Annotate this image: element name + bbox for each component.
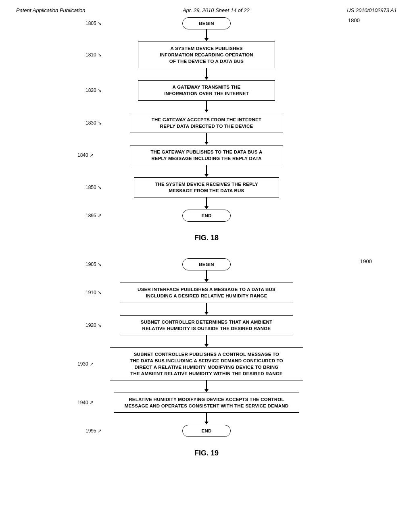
step-row-1940: 1940 ↗ RELATIVE HUMIDITY MODIFYING DEVIC…	[86, 393, 327, 413]
header-right: US 2010/0102973 A1	[347, 7, 397, 13]
label-1810: 1810 ↘	[86, 52, 102, 58]
header-left: Patent Application Publication	[16, 7, 86, 13]
step-row-1930: 1930 ↗ SUBNET CONTROLLER PUBLISHES A CON…	[86, 347, 327, 380]
label-1940: 1940 ↗	[77, 400, 94, 405]
flowchart-fig19: 1905 ↘ BEGIN 1910 ↘ USER INTERFACE PUBLI…	[0, 258, 413, 437]
label-1930: 1930 ↗	[77, 361, 94, 367]
arrow-1850-1895	[204, 197, 209, 210]
box-1850: THE SYSTEM DEVICE RECEIVES THE REPLYMESS…	[134, 177, 279, 197]
box-1920: SUBNET CONTROLLER DETERMINES THAT AN AMB…	[120, 315, 293, 335]
step-row-1850: 1850 ↘ THE SYSTEM DEVICE RECEIVES THE RE…	[86, 177, 327, 197]
step-row-1995: 1995 ↗ END	[86, 425, 327, 437]
arrow-1920-1930	[204, 335, 209, 347]
fig19-caption: FIG. 19	[194, 449, 219, 457]
arrow-1930-1940	[204, 380, 209, 393]
flowchart-fig18: 1805 ↘ BEGIN 1810 ↘ A SYSTEM DEVICE PUBL…	[0, 17, 413, 222]
step-row-1805: 1805 ↘ BEGIN	[86, 17, 327, 29]
arrow-1905-1910	[204, 270, 209, 283]
label-1905: 1905 ↘	[86, 262, 102, 267]
box-1805: BEGIN	[182, 17, 231, 29]
arrow-1830-1840	[204, 133, 209, 145]
step-row-1895: 1895 ↗ END	[86, 210, 327, 222]
fig19-section: 1900 1905 ↘ BEGIN 1910 ↘ USER INTERFACE …	[0, 258, 413, 470]
header-middle: Apr. 29, 2010 Sheet 14 of 22	[183, 7, 250, 13]
label-1850: 1850 ↘	[86, 185, 102, 190]
label-1830: 1830 ↘	[86, 120, 102, 126]
arrow-1910-1920	[204, 303, 209, 315]
arrow-1820-1830	[204, 101, 209, 113]
page-header: Patent Application Publication Apr. 29, …	[0, 0, 413, 17]
step-row-1910: 1910 ↘ USER INTERFACE PUBLISHES A MESSAG…	[86, 283, 327, 303]
step-row-1840: 1840 ↗ THE GATEWAY PUBLISHES TO THE DATA…	[86, 145, 327, 165]
box-1820: A GATEWAY TRANSMITS THEINFORMATION OVER …	[138, 80, 275, 100]
box-1830: THE GATEWAY ACCEPTS FROM THE INTERNETREP…	[130, 113, 283, 133]
box-1895: END	[182, 210, 231, 222]
label-1895: 1895 ↗	[86, 213, 102, 218]
box-1905: BEGIN	[182, 258, 231, 270]
label-1920: 1920 ↘	[86, 322, 102, 328]
arrow-1810-1820	[204, 68, 209, 80]
box-1840: THE GATEWAY PUBLISHES TO THE DATA BUS AR…	[130, 145, 283, 165]
fig18-section: 1800 1805 ↘ BEGIN 1810 ↘ A SYSTEM DEVICE…	[0, 17, 413, 254]
box-1810: A SYSTEM DEVICE PUBLISHESINFORMATION REG…	[138, 42, 275, 68]
step-row-1905: 1905 ↘ BEGIN	[86, 258, 327, 270]
arrow-1940-1995	[204, 413, 209, 425]
label-1840: 1840 ↗	[77, 152, 94, 158]
arrow-1805-1810	[204, 29, 209, 42]
label-1910: 1910 ↘	[86, 290, 102, 295]
box-1940: RELATIVE HUMIDITY MODIFYING DEVICE ACCEP…	[114, 393, 299, 413]
label-1995: 1995 ↗	[86, 428, 102, 434]
fig18-caption: FIG. 18	[194, 234, 219, 242]
step-row-1810: 1810 ↘ A SYSTEM DEVICE PUBLISHESINFORMAT…	[86, 42, 327, 68]
step-row-1830: 1830 ↘ THE GATEWAY ACCEPTS FROM THE INTE…	[86, 113, 327, 133]
step-row-1920: 1920 ↘ SUBNET CONTROLLER DETERMINES THAT…	[86, 315, 327, 335]
step-row-1820: 1820 ↘ A GATEWAY TRANSMITS THEINFORMATIO…	[86, 80, 327, 100]
box-1930: SUBNET CONTROLLER PUBLISHES A CONTROL ME…	[110, 347, 303, 380]
label-1805: 1805 ↘	[86, 21, 102, 26]
box-1995: END	[182, 425, 231, 437]
arrow-1840-1850	[204, 165, 209, 177]
label-1820: 1820 ↘	[86, 87, 102, 93]
box-1910: USER INTERFACE PUBLISHES A MESSAGE TO A …	[120, 283, 293, 303]
